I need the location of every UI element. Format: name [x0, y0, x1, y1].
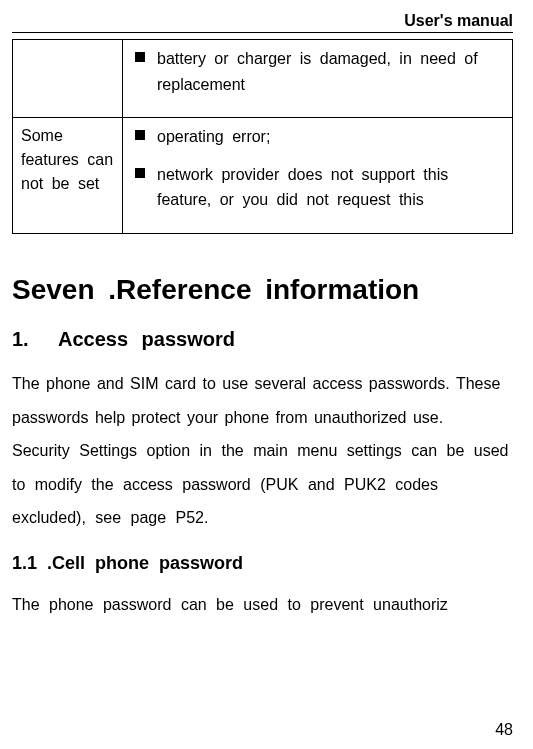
table-cell-causes: operating error; network provider does n…	[123, 118, 513, 234]
list-item: battery or charger is damaged, in need o…	[131, 46, 504, 97]
section-heading: Seven .Reference information	[12, 274, 513, 306]
table-cell-issue	[13, 40, 123, 118]
page-number: 48	[495, 721, 513, 739]
table-cell-causes: battery or charger is damaged, in need o…	[123, 40, 513, 118]
table-cell-issue: Some features can not be set	[13, 118, 123, 234]
subsection-number: 1.	[12, 328, 58, 351]
troubleshoot-table: battery or charger is damaged, in need o…	[12, 39, 513, 234]
subsubsection-heading: 1.1 .Cell phone password	[12, 553, 513, 574]
header-title: User's manual	[12, 12, 513, 33]
body-paragraph: Security Settings option in the main men…	[12, 434, 513, 535]
subsection-title: Access password	[58, 328, 235, 351]
table-row: Some features can not be set operating e…	[13, 118, 513, 234]
list-item: network provider does not support this f…	[131, 162, 504, 213]
table-row: battery or charger is damaged, in need o…	[13, 40, 513, 118]
subsection-heading: 1. Access password	[12, 328, 513, 351]
body-paragraph: The phone and SIM card to use several ac…	[12, 367, 513, 434]
list-item: operating error;	[131, 124, 504, 150]
body-paragraph: The phone password can be used to preven…	[12, 588, 513, 622]
